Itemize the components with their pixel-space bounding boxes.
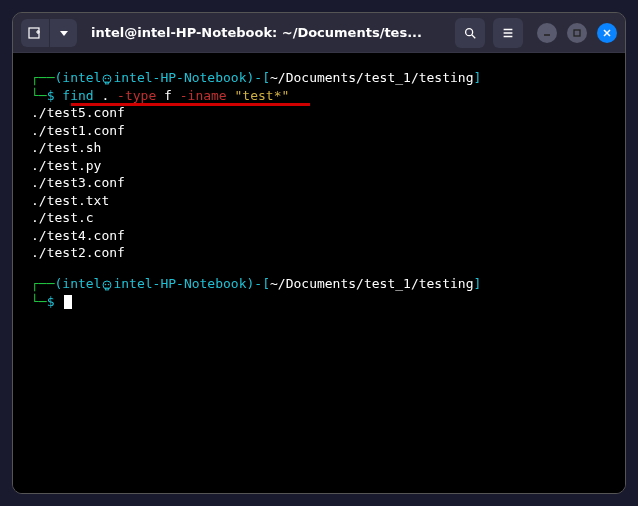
annotation-underline xyxy=(71,103,310,106)
prompt-path: ~/Documents/test_1/testing xyxy=(270,276,474,291)
maximize-button[interactable] xyxy=(567,23,587,43)
output-line: ./test.c xyxy=(31,209,607,227)
output-line: ./test3.conf xyxy=(31,174,607,192)
output-line: ./test1.conf xyxy=(31,122,607,140)
prompt-line-2: ┌──(intelintel-HP-Notebook)-[~/Documents… xyxy=(31,275,607,293)
close-button[interactable] xyxy=(597,23,617,43)
output-line: ./test.sh xyxy=(31,139,607,157)
output-line: ./test2.conf xyxy=(31,244,607,262)
search-button[interactable] xyxy=(455,18,485,48)
window-controls xyxy=(537,23,617,43)
svg-marker-3 xyxy=(60,31,68,36)
menu-button[interactable] xyxy=(493,18,523,48)
svg-point-19 xyxy=(108,283,110,285)
minimize-button[interactable] xyxy=(537,23,557,43)
svg-point-4 xyxy=(466,28,473,35)
window-title: intel@intel-HP-Notebook: ~/Documents/tes… xyxy=(85,25,447,40)
output-line: ./test5.conf xyxy=(31,104,607,122)
output-line: ./test.txt xyxy=(31,192,607,210)
svg-point-15 xyxy=(108,77,110,79)
output-line: ./test4.conf xyxy=(31,227,607,245)
tab-controls xyxy=(21,19,77,47)
output-line: ./test.py xyxy=(31,157,607,175)
cursor-line: └─$ xyxy=(31,293,607,311)
prompt-path: ~/Documents/test_1/testing xyxy=(270,70,474,85)
tree-top: ┌── xyxy=(31,70,54,85)
skull-icon xyxy=(101,279,113,291)
prompt-host: intel-HP-Notebook xyxy=(113,276,246,291)
tab-dropdown-button[interactable] xyxy=(49,19,77,47)
svg-point-14 xyxy=(105,77,107,79)
prompt-user: intel xyxy=(62,276,101,291)
svg-rect-10 xyxy=(574,30,580,36)
skull-icon xyxy=(101,73,113,85)
svg-point-18 xyxy=(105,283,107,285)
prompt-dollar: $ xyxy=(47,88,63,103)
tree-bottom: └─ xyxy=(31,88,47,103)
prompt-user: intel xyxy=(62,70,101,85)
prompt-host: intel-HP-Notebook xyxy=(113,70,246,85)
command-block-2: ┌──(intelintel-HP-Notebook)-[~/Documents… xyxy=(31,275,607,310)
terminal-body[interactable]: ┌──(intelintel-HP-Notebook)-[~/Documents… xyxy=(13,53,625,493)
cmd-find: find xyxy=(62,88,93,103)
prompt-line-1: ┌──(intelintel-HP-Notebook)-[~/Documents… xyxy=(31,69,607,87)
command-block-1: ┌──(intelintel-HP-Notebook)-[~/Documents… xyxy=(31,69,607,262)
cursor xyxy=(64,295,72,309)
terminal-window: intel@intel-HP-Notebook: ~/Documents/tes… xyxy=(12,12,626,494)
command-line: └─$ find . -type f -iname "test*" xyxy=(31,87,607,105)
titlebar: intel@intel-HP-Notebook: ~/Documents/tes… xyxy=(13,13,625,53)
svg-line-5 xyxy=(472,34,476,38)
prompt-dollar: $ xyxy=(47,294,63,309)
new-tab-button[interactable] xyxy=(21,19,49,47)
